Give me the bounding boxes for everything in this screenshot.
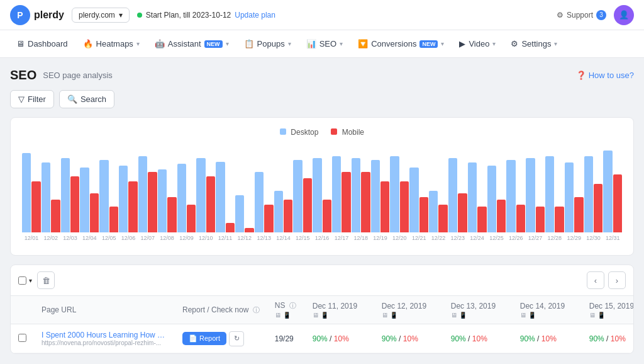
mobile-sm-icon: 📱 xyxy=(390,312,397,319)
th-report: Report / Check now ⓘ xyxy=(175,296,267,324)
main-nav: 🖥 Dashboard 🔥 Heatmaps ▾ 🤖 Assistant NEW… xyxy=(0,30,644,58)
popups-icon: 📋 xyxy=(244,39,254,48)
table-scroll: Page URL Report / Check now ⓘ NS ⓘ 🖥 📱 xyxy=(11,296,633,353)
nav-item-popups[interactable]: 📋 Popups ▾ xyxy=(238,35,297,52)
desktop-bar xyxy=(42,162,50,232)
chart-area: 12/0112/0212/0312/0412/0512/0612/0712/08… xyxy=(21,144,623,245)
chart-label: 12/09 xyxy=(177,235,196,241)
mobile-bar xyxy=(284,200,292,232)
table-body: I Spent 2000 Hours Learning How To...htt… xyxy=(11,324,633,353)
nav-item-dashboard[interactable]: 🖥 Dashboard xyxy=(10,35,74,52)
search-button[interactable]: 🔍 Search xyxy=(59,90,114,108)
desktop-bar xyxy=(584,156,593,232)
chart-label: 12/25 xyxy=(487,235,506,241)
bar-group xyxy=(274,191,293,232)
mobile-bar xyxy=(90,193,99,232)
report-col-label: Report / Check now xyxy=(182,305,248,314)
monitor-sm-icon: 🖥 xyxy=(313,312,319,319)
chart-label: 12/15 xyxy=(293,235,312,241)
site-name: plerdy.com xyxy=(79,11,115,20)
report-button[interactable]: 📄 Report xyxy=(182,332,226,345)
update-plan-link[interactable]: Update plan xyxy=(235,11,275,20)
site-selector[interactable]: plerdy.com ▾ xyxy=(72,8,130,23)
nav-item-heatmaps[interactable]: 🔥 Heatmaps ▾ xyxy=(77,35,146,52)
bar-group xyxy=(42,162,60,232)
delete-button[interactable]: 🗑 xyxy=(37,271,55,289)
monitor-sm-icon: 🖥 xyxy=(589,312,596,319)
seo-icon: 📊 xyxy=(306,39,316,48)
checkbox-dropdown-arrow[interactable]: ▾ xyxy=(29,277,32,284)
desktop-bar xyxy=(603,151,612,232)
select-all-checkbox[interactable] xyxy=(18,276,26,285)
desktop-bar xyxy=(158,169,167,232)
mobile-bar xyxy=(536,207,545,232)
page-url-sub: https://novena.pro/novosti/propal-rezhim… xyxy=(42,339,167,346)
nav-label-dashboard: Dashboard xyxy=(28,39,68,48)
next-page-button[interactable]: › xyxy=(608,271,626,289)
desktop-bar xyxy=(506,160,515,232)
nav-label-video: Video xyxy=(469,39,489,48)
mobile-legend-label: Mobile xyxy=(342,128,364,137)
bar-group xyxy=(603,151,622,232)
desktop-bar xyxy=(526,158,535,232)
chevron-down-icon: ▾ xyxy=(288,40,291,47)
page-title-group: SEO SEO page analysis xyxy=(10,68,113,82)
filter-button[interactable]: ▽ Filter xyxy=(10,90,54,108)
nav-item-conversions[interactable]: 🔽 Conversions NEW ▾ xyxy=(352,35,450,52)
bar-group xyxy=(196,158,215,232)
chart-label: 12/27 xyxy=(526,235,545,241)
mobile-bar xyxy=(128,181,137,232)
mobile-bar xyxy=(477,207,486,232)
desktop-bar xyxy=(80,168,89,232)
logo-icon: P xyxy=(10,5,30,25)
bar-group xyxy=(61,158,80,232)
chart-label: 12/24 xyxy=(468,235,487,241)
ns-info-icon[interactable]: ⓘ xyxy=(289,302,296,309)
assistant-new-badge: NEW xyxy=(204,40,223,48)
mobile-bar xyxy=(594,184,602,232)
desktop-legend-dot xyxy=(280,128,286,135)
refresh-button[interactable]: ↻ xyxy=(229,331,244,346)
mobile-bar xyxy=(187,205,196,232)
stat-desktop: 90% xyxy=(520,334,535,343)
chart-label: 12/21 xyxy=(409,235,428,241)
conversions-new-badge: NEW xyxy=(419,40,438,48)
chart-label: 12/08 xyxy=(158,235,177,241)
mobile-bar xyxy=(516,205,525,232)
select-all-checkbox-wrapper: ▾ xyxy=(18,276,32,285)
chart-label: 12/29 xyxy=(565,235,584,241)
chevron-down-icon: ▾ xyxy=(340,40,343,47)
desktop-bar xyxy=(22,153,31,232)
prev-page-button[interactable]: ‹ xyxy=(587,271,604,289)
plan-status-dot xyxy=(137,13,142,18)
nav-item-settings[interactable]: ⚙ Settings ▾ xyxy=(504,35,564,52)
th-date-3: Dec 14, 2019 🖥📱 xyxy=(513,296,582,324)
row-checkbox[interactable] xyxy=(18,334,26,342)
mobile-bar xyxy=(51,200,60,232)
mobile-bar xyxy=(555,207,564,232)
th-date-0: Dec 11, 2019 🖥📱 xyxy=(305,296,374,324)
desktop-bar xyxy=(196,158,205,232)
how-to-use-link[interactable]: ❓ How to use? xyxy=(576,71,634,80)
support-button[interactable]: ⚙ Support 3 xyxy=(557,10,606,20)
page-toolbar: ▽ Filter 🔍 Search xyxy=(10,90,634,108)
page-url-link[interactable]: I Spent 2000 Hours Learning How To... xyxy=(42,331,167,339)
nav-item-seo[interactable]: 📊 SEO ▾ xyxy=(300,35,349,52)
th-ns: NS ⓘ 🖥 📱 xyxy=(267,296,305,324)
desktop-bar xyxy=(293,160,302,232)
chart-label: 12/26 xyxy=(506,235,525,241)
nav-item-video[interactable]: ▶ Video ▾ xyxy=(453,35,502,52)
plan-text: Start Plan, till 2023-10-12 xyxy=(146,11,231,20)
nav-label-heatmaps: Heatmaps xyxy=(96,39,133,48)
report-info-icon[interactable]: ⓘ xyxy=(253,306,260,314)
table-row: I Spent 2000 Hours Learning How To...htt… xyxy=(11,324,633,353)
chart-label: 12/10 xyxy=(196,235,215,241)
chart-label: 12/12 xyxy=(235,235,254,241)
chevron-down-icon: ▾ xyxy=(136,40,140,47)
chevron-down-icon: ▾ xyxy=(554,40,557,47)
nav-item-assistant[interactable]: 🤖 Assistant NEW ▾ xyxy=(148,35,235,52)
avatar[interactable]: 👤 xyxy=(614,5,634,25)
desktop-bar xyxy=(99,160,108,232)
mobile-bar xyxy=(264,205,273,232)
logo: P plerdy xyxy=(10,5,64,25)
